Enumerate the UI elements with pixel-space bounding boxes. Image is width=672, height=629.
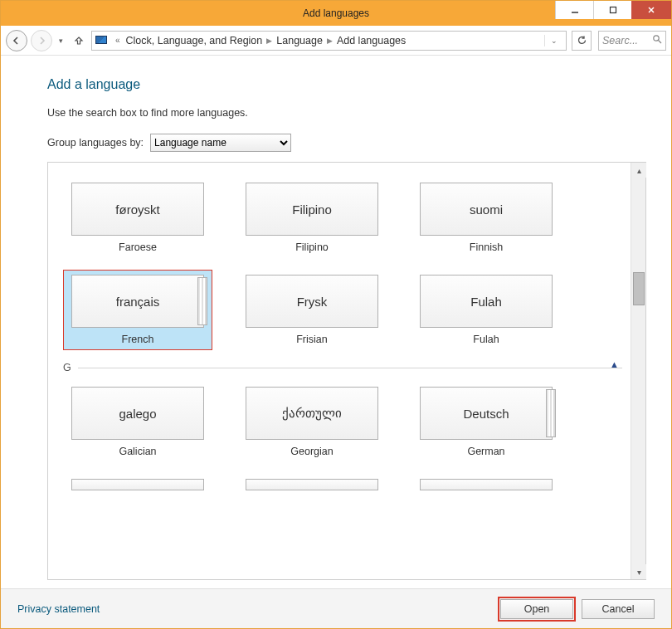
language-native: Frysk — [297, 295, 328, 309]
page-title: Add a language — [47, 77, 646, 92]
language-native: ქართული — [282, 406, 342, 421]
maximize-button[interactable] — [593, 1, 631, 19]
list-row: français French Frysk Frisian Fulah Fula… — [63, 270, 622, 350]
scrollbar[interactable]: ▴ ▾ — [631, 163, 645, 579]
language-native: galego — [119, 407, 156, 421]
cancel-button[interactable]: Cancel — [582, 599, 655, 619]
search-icon — [652, 34, 662, 46]
breadcrumb-seg-2[interactable]: Add languages — [334, 35, 408, 46]
language-item-french[interactable]: français French — [63, 270, 212, 350]
language-item-filipino[interactable]: Filipino Filipino — [237, 178, 387, 258]
separator-line — [78, 368, 622, 368]
button-label: Open — [524, 603, 550, 615]
arrow-left-icon — [12, 36, 22, 46]
titlebar: Add languages — [1, 1, 671, 26]
language-native: føroyskt — [115, 202, 159, 217]
language-english: German — [467, 446, 504, 457]
language-list-body[interactable]: føroyskt Faroese Filipino Filipino suomi… — [48, 163, 631, 579]
chevron-right-icon: ▶ — [265, 37, 274, 45]
maximize-icon — [609, 6, 617, 14]
language-item-fulah[interactable]: Fulah Fulah — [411, 270, 561, 350]
language-native: Deutsch — [463, 407, 509, 421]
language-native: suomi — [470, 202, 503, 217]
language-english: Galician — [119, 446, 156, 457]
language-item-german[interactable]: Deutsch German — [411, 382, 561, 462]
nav-history-dropdown[interactable]: ▾ — [56, 37, 66, 45]
group-by-select[interactable]: Language name — [150, 134, 291, 152]
dialog-footer: Privacy statement Open Cancel — [1, 588, 671, 628]
arrow-right-icon — [37, 36, 46, 46]
content-area: Add a language Use the search box to fin… — [1, 56, 671, 588]
search-input[interactable]: Searc... — [598, 31, 666, 51]
refresh-icon — [577, 35, 587, 46]
breadcrumb-seg-0[interactable]: Clock, Language, and Region — [124, 35, 265, 46]
page-hint: Use the search box to find more language… — [47, 107, 646, 119]
refresh-button[interactable] — [572, 31, 592, 51]
section-collapse-icon[interactable]: ▲ — [610, 359, 619, 369]
minimize-icon — [571, 6, 579, 14]
svg-rect-1 — [610, 7, 616, 13]
language-tile — [71, 479, 204, 490]
nav-forward-button[interactable] — [31, 30, 52, 51]
language-item-partial[interactable] — [63, 474, 212, 495]
language-item-partial[interactable] — [411, 474, 561, 495]
breadcrumb-label: Clock, Language, and Region — [126, 35, 263, 46]
language-list: føroyskt Faroese Filipino Filipino suomi… — [47, 162, 646, 580]
language-item-finnish[interactable]: suomi Finnish — [411, 178, 561, 258]
privacy-link[interactable]: Privacy statement — [17, 603, 100, 615]
navbar: ▾ « Clock, Language, and Region ▶ Langua… — [1, 26, 671, 56]
language-english: Filipino — [295, 241, 329, 253]
section-letter: G — [63, 362, 78, 373]
language-tile: suomi — [420, 183, 553, 236]
list-row — [63, 474, 622, 495]
search-placeholder: Searc... — [602, 35, 638, 46]
language-tile: galego — [71, 387, 204, 440]
language-english: Finnish — [470, 241, 503, 253]
open-button[interactable]: Open — [500, 599, 573, 619]
section-separator-g: G ▲ — [63, 362, 622, 373]
language-native: Fulah — [470, 295, 502, 309]
breadcrumb-seg-1[interactable]: Language — [274, 35, 325, 46]
close-icon — [647, 6, 655, 14]
language-english: Fulah — [473, 334, 499, 345]
list-row: føroyskt Faroese Filipino Filipino suomi… — [63, 178, 622, 258]
language-item-partial[interactable] — [237, 474, 387, 495]
scroll-thumb[interactable] — [633, 272, 645, 305]
language-native: Filipino — [292, 202, 332, 217]
window-controls — [555, 1, 671, 19]
control-panel-icon — [95, 34, 109, 47]
language-tile: Fulah — [420, 275, 553, 328]
language-tile: Filipino — [246, 183, 378, 236]
breadcrumb-dropdown[interactable]: ⌄ — [544, 35, 562, 46]
list-row: galego Galician ქართული Georgian Deutsch… — [63, 382, 622, 462]
group-by-row: Group languages by: Language name — [47, 134, 646, 152]
scroll-up-button[interactable]: ▴ — [631, 163, 646, 178]
language-item-frisian[interactable]: Frysk Frisian — [237, 270, 387, 350]
breadcrumb[interactable]: « Clock, Language, and Region ▶ Language… — [91, 31, 567, 51]
language-tile — [246, 479, 378, 490]
language-english: Georgian — [290, 446, 333, 457]
language-item-galician[interactable]: galego Galician — [63, 382, 212, 462]
language-english: Faroese — [119, 241, 157, 253]
language-tile — [420, 479, 553, 490]
close-button[interactable] — [631, 1, 671, 19]
svg-point-4 — [654, 36, 659, 41]
language-tile: français — [71, 275, 204, 328]
nav-back-button[interactable] — [6, 30, 27, 51]
language-tile: Deutsch — [420, 387, 553, 440]
language-english: Frisian — [296, 334, 328, 345]
chevron-right-icon: ▶ — [325, 37, 334, 45]
scroll-down-button[interactable]: ▾ — [631, 564, 646, 579]
minimize-button[interactable] — [555, 1, 593, 19]
button-label: Cancel — [602, 603, 635, 615]
language-tile: ქართული — [246, 387, 378, 440]
group-by-label: Group languages by: — [47, 137, 144, 149]
breadcrumb-label: Add languages — [337, 35, 406, 46]
breadcrumb-label: Language — [276, 35, 323, 46]
breadcrumb-back-icon: « — [112, 36, 124, 45]
dialog-window: Add languages ▾ « Clock, Langua — [0, 0, 672, 629]
language-item-georgian[interactable]: ქართული Georgian — [237, 382, 387, 462]
arrow-up-icon — [73, 35, 85, 46]
nav-up-button[interactable] — [70, 32, 88, 50]
language-item-faroese[interactable]: føroyskt Faroese — [63, 178, 212, 258]
